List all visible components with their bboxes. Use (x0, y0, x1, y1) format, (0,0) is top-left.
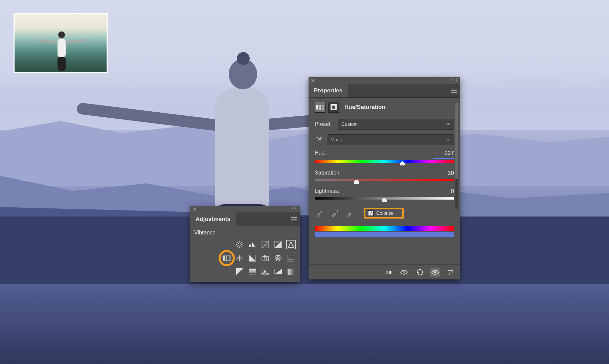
photo-filter-icon[interactable] (261, 253, 270, 263)
svg-rect-13 (254, 246, 255, 247)
color-spectrum[interactable] (315, 226, 454, 237)
svg-line-6 (241, 246, 242, 247)
targeted-adjust-icon[interactable] (315, 135, 323, 144)
visibility-icon[interactable] (430, 268, 440, 277)
svg-line-5 (237, 242, 238, 243)
svg-rect-19 (229, 256, 231, 260)
vibrance-icon[interactable] (286, 240, 296, 249)
tab-adjustments[interactable]: Adjustments (190, 212, 236, 226)
svg-rect-12 (253, 244, 254, 247)
channel-select[interactable]: Master (327, 134, 454, 145)
lightness-slider[interactable] (315, 197, 454, 202)
hue-slider[interactable] (315, 160, 454, 165)
preset-label: Preset: (315, 121, 334, 127)
chevron-down-icon (446, 123, 450, 126)
svg-rect-23 (264, 255, 266, 256)
hue-value[interactable]: 227 (445, 150, 454, 157)
gradient-map-icon[interactable] (273, 267, 283, 276)
svg-rect-30 (249, 270, 256, 272)
saturation-label: Saturation: (315, 170, 341, 177)
curves-icon[interactable] (261, 240, 270, 249)
preset-select[interactable]: Custom (338, 119, 454, 130)
svg-point-41 (332, 106, 335, 109)
svg-rect-27 (288, 255, 294, 261)
hue-saturation-icon[interactable] (222, 253, 231, 263)
adjustment-hover-label: Vibrance (194, 230, 296, 236)
svg-line-7 (241, 242, 242, 243)
brightness-contrast-icon[interactable] (235, 240, 244, 249)
collapse-icon[interactable] (452, 78, 458, 83)
saturation-slider[interactable] (315, 179, 454, 183)
trash-icon[interactable] (446, 268, 455, 277)
reset-icon[interactable] (415, 268, 424, 277)
svg-point-0 (238, 243, 241, 246)
svg-rect-18 (226, 256, 227, 260)
panel-scrollbar[interactable] (455, 103, 458, 209)
collapse-icon[interactable] (292, 207, 298, 211)
lightness-value[interactable]: 0 (451, 188, 454, 195)
levels-icon[interactable] (248, 240, 257, 249)
exposure-icon[interactable] (273, 240, 283, 249)
svg-rect-17 (223, 256, 225, 260)
svg-rect-31 (249, 272, 256, 273)
before-thumbnail (14, 13, 108, 73)
saturation-value[interactable]: 30 (448, 170, 454, 177)
svg-rect-29 (249, 269, 256, 270)
properties-panel[interactable]: Properties Hue/Saturation Preset: Custom… (309, 77, 460, 279)
mask-badge-icon[interactable] (328, 102, 339, 113)
value-underline (433, 158, 454, 159)
svg-rect-37 (316, 105, 318, 109)
invert-icon[interactable] (235, 267, 244, 276)
panel-titlebar[interactable] (309, 77, 460, 84)
svg-rect-35 (288, 269, 294, 275)
colorize-checkbox[interactable]: ✓ (368, 210, 374, 216)
svg-rect-11 (252, 243, 253, 247)
svg-rect-38 (319, 105, 321, 109)
adjustment-badge-icon[interactable] (315, 102, 325, 113)
panel-menu-icon[interactable] (448, 84, 460, 97)
svg-line-8 (237, 246, 238, 247)
colorize-label: Colorize (376, 210, 393, 216)
clip-to-layer-icon[interactable] (384, 268, 393, 277)
svg-point-43 (434, 271, 436, 273)
color-lookup-icon[interactable] (286, 253, 296, 263)
close-icon[interactable] (311, 78, 315, 83)
lightness-label: Lightness: (315, 188, 339, 195)
svg-rect-32 (249, 274, 256, 275)
posterize-icon[interactable] (248, 267, 257, 276)
svg-rect-39 (322, 105, 324, 109)
chevron-down-icon (446, 138, 450, 141)
threshold-icon[interactable] (261, 267, 270, 276)
channel-mixer-icon[interactable] (273, 253, 283, 263)
svg-rect-10 (250, 244, 251, 247)
color-balance-icon[interactable] (235, 253, 244, 263)
svg-rect-9 (249, 245, 250, 247)
svg-point-22 (264, 257, 267, 260)
eyedropper-add-icon[interactable] (330, 208, 340, 218)
svg-rect-42 (389, 271, 391, 274)
black-white-icon[interactable] (248, 253, 257, 263)
tab-properties[interactable]: Properties (309, 84, 348, 97)
view-previous-icon[interactable] (399, 268, 409, 277)
close-icon[interactable] (192, 207, 197, 211)
svg-rect-16 (223, 256, 231, 260)
adjustment-type-label: Hue/Saturation (344, 104, 385, 111)
hue-label: Hue: (315, 150, 326, 157)
panel-titlebar[interactable] (190, 206, 300, 212)
eyedropper-icon[interactable] (315, 208, 324, 218)
panel-menu-icon[interactable] (288, 212, 300, 226)
colorize-highlight: ✓ Colorize (364, 208, 404, 219)
selective-color-icon[interactable] (286, 267, 296, 276)
eyedropper-subtract-icon[interactable] (346, 208, 355, 218)
adjustments-panel[interactable]: Adjustments Vibrance (190, 206, 300, 282)
